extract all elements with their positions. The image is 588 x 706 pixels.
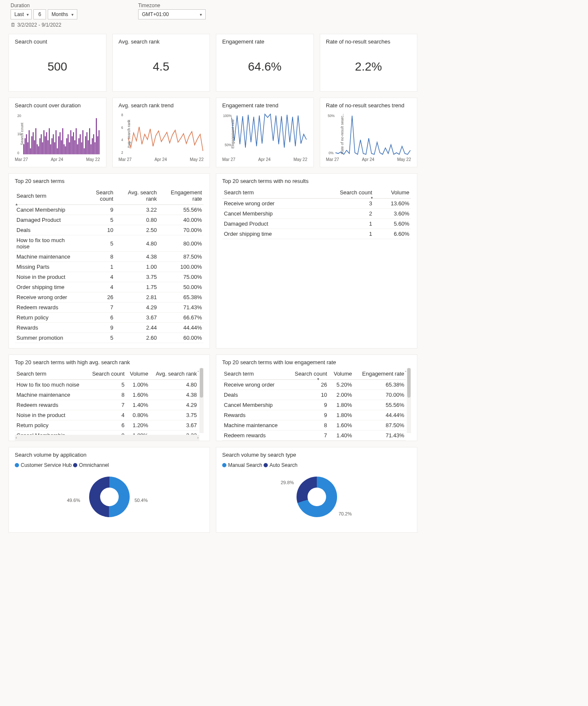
col-volume[interactable]: Volume xyxy=(126,368,150,380)
table-row[interactable]: Missing Parts11.00100.00% xyxy=(15,262,204,272)
svg-rect-20 xyxy=(46,132,47,154)
svg-rect-44 xyxy=(79,138,79,154)
svg-rect-53 xyxy=(90,144,91,154)
table-row[interactable]: Damaged Product50.8040.00% xyxy=(15,215,204,225)
table-row[interactable]: Noise in the product43.7575.00% xyxy=(15,272,204,282)
table-row[interactable]: Return policy63.6766.67% xyxy=(15,313,204,323)
scrollbar-vertical[interactable] xyxy=(199,368,204,433)
kpi-value: 64.6% xyxy=(222,47,308,86)
table-row[interactable]: Redeem rewards74.2971.43% xyxy=(15,303,204,313)
chart-x-axis: Mar 27Apr 24May 22 xyxy=(326,157,411,162)
table-row[interactable]: Rewards92.4444.44% xyxy=(15,323,204,333)
chart-no-result-trend: Rate of no-result searches trend Rate of… xyxy=(320,98,418,167)
duration-last-select[interactable]: Last▾ xyxy=(11,9,32,19)
duration-number-input[interactable]: 6 xyxy=(33,9,46,19)
svg-rect-14 xyxy=(38,146,39,154)
svg-rect-18 xyxy=(44,130,44,154)
svg-rect-15 xyxy=(39,138,40,154)
table-row[interactable]: Cancel Membership93.2255.56% xyxy=(15,205,204,215)
table-row[interactable]: Return policy61.20%3.67 xyxy=(15,420,199,431)
slice-label: 29.8% xyxy=(281,480,294,485)
table-row[interactable]: Receive wrong order265.20%65.38% xyxy=(222,380,406,390)
col-search-term[interactable]: Search term xyxy=(222,187,313,199)
duration-filter: Duration Last▾ 6 Months▾ 🗓3/2/2022 - 9/1… xyxy=(11,3,79,28)
table-row[interactable]: Receive wrong order313.60% xyxy=(222,199,411,209)
table-scrollarea[interactable]: Search term Search count▾ Volume Engagem… xyxy=(222,368,411,441)
table-row[interactable]: Rewards91.80%44.44% xyxy=(222,410,406,420)
svg-rect-47 xyxy=(82,130,83,154)
chart-title: Search count over duration xyxy=(15,102,100,109)
svg-rect-48 xyxy=(84,148,84,154)
svg-rect-54 xyxy=(92,138,93,154)
chart-title: Rate of no-result searches trend xyxy=(326,102,411,109)
table-row[interactable]: Machine maintenance84.3887.50% xyxy=(15,252,204,262)
svg-rect-33 xyxy=(64,144,65,154)
col-volume[interactable]: Volume xyxy=(374,187,411,199)
col-search-count[interactable]: Search count xyxy=(80,187,115,205)
table-row[interactable]: How to fix too much noise51.00%4.80 xyxy=(15,380,199,390)
col-search-count[interactable]: Search count xyxy=(87,368,126,380)
duration-unit-select[interactable]: Months▾ xyxy=(48,9,77,19)
svg-rect-27 xyxy=(56,130,57,154)
table-row[interactable]: Redeem rewards71.40%71.43% xyxy=(222,431,406,441)
slice-label: 50.4% xyxy=(135,498,148,503)
scrollbar-horizontal[interactable]: ‹› xyxy=(15,435,199,441)
col-search-count[interactable]: Search count▾ xyxy=(313,187,374,199)
table-row[interactable]: Damaged Product15.60% xyxy=(222,219,411,229)
col-search-count[interactable]: Search count▾ xyxy=(288,368,329,380)
table-row[interactable]: Order shipping time16.60% xyxy=(222,229,411,239)
table-row[interactable]: Deals102.00%70.00% xyxy=(222,390,406,400)
svg-rect-21 xyxy=(47,140,48,154)
table-row[interactable]: Cancel Membership91.80%55.56% xyxy=(222,400,406,410)
table-row[interactable]: Cancel Membership23.60% xyxy=(222,209,411,219)
col-engagement[interactable]: Engagement rate xyxy=(158,187,204,205)
svg-rect-5 xyxy=(26,134,27,155)
svg-rect-58 xyxy=(97,136,98,154)
svg-rect-26 xyxy=(54,142,55,155)
svg-rect-41 xyxy=(74,140,75,154)
svg-rect-16 xyxy=(41,134,42,155)
svg-rect-13 xyxy=(37,144,38,154)
sort-asc-icon: ▴ xyxy=(16,202,18,206)
col-volume[interactable]: Volume xyxy=(329,368,354,380)
col-search-term[interactable]: Search term xyxy=(222,368,288,380)
col-engagement[interactable]: Engagement rate˄ xyxy=(354,368,406,380)
timezone-filter: Timezone GMT+01:00▾ xyxy=(138,3,207,19)
col-search-term[interactable]: Search term xyxy=(15,368,87,380)
timezone-select[interactable]: GMT+01:00▾ xyxy=(138,9,206,19)
kpi-value: 4.5 xyxy=(119,47,204,86)
table-row[interactable]: Summer promotion52.6060.00% xyxy=(15,333,204,343)
svg-rect-28 xyxy=(57,148,58,154)
table-high-rank: Top 20 search terms with high avg. searc… xyxy=(8,354,210,441)
svg-rect-49 xyxy=(85,136,86,154)
svg-rect-17 xyxy=(42,142,43,155)
svg-text:20: 20 xyxy=(17,114,21,118)
svg-rect-50 xyxy=(87,132,87,154)
col-avg-rank[interactable]: Avg. search rank xyxy=(115,187,158,205)
svg-rect-8 xyxy=(30,148,31,154)
table-row[interactable]: How to fix too much noise54.8080.00% xyxy=(15,235,204,252)
chart-title: Search volume by search type xyxy=(222,452,411,458)
kpi-title: Avg. search rank xyxy=(119,38,204,45)
table-row[interactable]: Order shipping time41.7550.00% xyxy=(15,282,204,292)
table-scrollarea[interactable]: Search term Search count Volume Avg. sea… xyxy=(15,368,204,441)
table-row[interactable]: Redeem rewards71.40%4.29 xyxy=(15,400,199,410)
table-no-results: Top 20 search terms with no results Sear… xyxy=(216,173,417,349)
scrollbar-vertical[interactable] xyxy=(407,368,411,433)
chart-x-axis: Mar 27Apr 24May 22 xyxy=(15,157,100,162)
svg-rect-6 xyxy=(27,142,28,155)
chevron-down-icon: ▾ xyxy=(27,12,29,17)
table-row[interactable]: Receive wrong order262.8165.38% xyxy=(15,292,204,303)
col-avg-rank[interactable]: Avg. search rank˄ xyxy=(150,368,199,380)
table-row[interactable]: Deals102.5070.00% xyxy=(15,225,204,235)
svg-rect-10 xyxy=(33,132,33,154)
chart-plot: Search count 20 10 0 xyxy=(15,111,100,156)
svg-text:6: 6 xyxy=(121,125,123,130)
table-row[interactable]: Noise in the product40.80%3.75 xyxy=(15,410,199,420)
svg-rect-52 xyxy=(89,128,90,154)
table-row[interactable]: Machine maintenance81.60%4.38 xyxy=(15,390,199,400)
table-row[interactable]: Machine maintenance81.60%87.50% xyxy=(222,420,406,431)
kpi-search-count: Search count 500 xyxy=(8,34,106,92)
chart-volume-by-type: Search volume by search type Manual Sear… xyxy=(216,447,417,533)
col-search-term[interactable]: Search term▴ xyxy=(15,187,80,205)
